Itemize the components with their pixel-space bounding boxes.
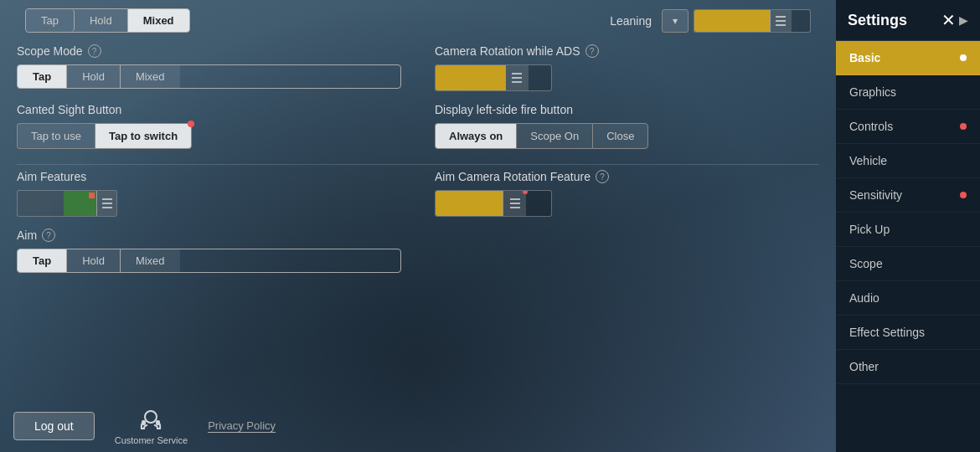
sidebar-item-graphics[interactable]: Graphics xyxy=(836,75,980,110)
basic-label: Basic xyxy=(849,51,880,64)
bottom-bar: Log out Customer Service Privacy Policy xyxy=(0,400,836,452)
sidebar-item-scope[interactable]: Scope xyxy=(836,247,980,281)
camera-rotation-label-row: Camera Rotation while ADS ? xyxy=(435,44,819,58)
effect-label: Effect Settings xyxy=(849,326,925,339)
aim-camera-setting: Aim Camera Rotation Feature ? xyxy=(435,170,819,217)
sidebar-item-basic[interactable]: Basic xyxy=(836,41,980,75)
sidebar-item-pickup[interactable]: Pick Up xyxy=(836,213,980,247)
canted-sight-group: Tap to use Tap to switch xyxy=(17,123,401,149)
headset-icon xyxy=(137,407,164,434)
sensitivity-dot xyxy=(960,192,967,198)
aim-camera-slider[interactable] xyxy=(435,190,552,217)
aim-mode-label-row: Aim ? xyxy=(17,229,401,242)
aim-mode-group: Tap Hold Mixed xyxy=(17,249,401,273)
tap-to-switch-button[interactable]: Tap to switch xyxy=(95,123,192,149)
leaning-label: Leaning xyxy=(610,14,652,28)
aim-features-label: Aim Features xyxy=(17,170,401,183)
graphics-label: Graphics xyxy=(849,85,896,99)
scope-on-button[interactable]: Scope On xyxy=(516,123,592,149)
divider xyxy=(17,164,819,165)
aim-features-setting: Aim Features xyxy=(17,170,401,217)
svg-point-0 xyxy=(145,411,157,423)
camera-rotation-slider[interactable] xyxy=(435,64,552,91)
tap-to-use-button[interactable]: Tap to use xyxy=(17,123,95,149)
sidebar-title: Settings xyxy=(848,12,907,29)
customer-service[interactable]: Customer Service xyxy=(115,407,188,445)
second-section: Aim Features xyxy=(17,164,819,273)
aim-camera-label-row: Aim Camera Rotation Feature ? xyxy=(435,170,819,183)
top-fire-mode-group: Tap Hold Mixed xyxy=(25,8,190,33)
scope-mode-group: Tap Hold Mixed xyxy=(17,64,401,89)
controls-dot xyxy=(960,123,967,130)
other-label: Other xyxy=(849,360,879,373)
main-content: Tap Hold Mixed Leaning ▾ xyxy=(0,0,836,452)
aim-mode-help-icon[interactable]: ? xyxy=(42,229,55,242)
vehicle-label: Vehicle xyxy=(849,154,887,167)
scope-mode-label: Scope Mode xyxy=(17,44,83,58)
sidebar-item-audio[interactable]: Audio xyxy=(836,281,980,316)
sidebar-item-controls[interactable]: Controls xyxy=(836,110,980,144)
always-on-button[interactable]: Always on xyxy=(435,123,516,149)
aim-mode-setting: Aim ? Tap Hold Mixed xyxy=(17,229,401,273)
aim-features-slider[interactable] xyxy=(17,190,117,217)
aim-mixed-button[interactable]: Mixed xyxy=(121,249,180,272)
svg-rect-2 xyxy=(156,420,160,425)
leaning-section: Leaning ▾ xyxy=(610,9,811,33)
customer-service-label: Customer Service xyxy=(115,435,188,445)
scope-mode-setting: Scope Mode ? Tap Hold Mixed xyxy=(17,44,401,91)
controls-label: Controls xyxy=(849,120,893,133)
leaning-dropdown[interactable]: ▾ xyxy=(662,9,689,33)
sidebar-item-sensitivity[interactable]: Sensitivity xyxy=(836,178,980,213)
settings-grid: Scope Mode ? Tap Hold Mixed Camera Rotat… xyxy=(17,44,819,149)
aim-camera-help-icon[interactable]: ? xyxy=(596,170,609,183)
camera-rotation-setting: Camera Rotation while ADS ? xyxy=(435,44,819,91)
basic-active-dot xyxy=(960,54,967,61)
display-fire-group: Always on Scope On Close xyxy=(435,123,819,149)
close-settings-button[interactable]: ✕ ▶ xyxy=(941,10,968,30)
top-hold-button[interactable]: Hold xyxy=(75,9,128,32)
logout-button[interactable]: Log out xyxy=(13,412,95,440)
scope-hold-button[interactable]: Hold xyxy=(67,65,121,88)
canted-sight-label: Canted Sight Button xyxy=(17,103,401,116)
top-section: Tap Hold Mixed Leaning ▾ xyxy=(17,8,819,33)
sidebar-item-effect[interactable]: Effect Settings xyxy=(836,316,980,350)
sidebar-item-other[interactable]: Other xyxy=(836,350,980,384)
svg-rect-1 xyxy=(142,420,146,425)
scope-mixed-button[interactable]: Mixed xyxy=(121,65,180,88)
sidebar-nav: Basic Graphics Controls Vehicle Sensitiv… xyxy=(836,41,980,452)
sensitivity-label: Sensitivity xyxy=(849,188,902,202)
pickup-label: Pick Up xyxy=(849,223,890,236)
sidebar-header: Settings ✕ ▶ xyxy=(836,0,980,41)
tap-to-switch-red-dot xyxy=(188,121,194,127)
camera-rotation-help-icon[interactable]: ? xyxy=(585,44,599,58)
leaning-slider[interactable] xyxy=(694,9,811,33)
privacy-policy-link[interactable]: Privacy Policy xyxy=(208,419,276,433)
aim-tap-button[interactable]: Tap xyxy=(18,249,67,272)
scope-tap-button[interactable]: Tap xyxy=(18,65,67,88)
top-tap-button[interactable]: Tap xyxy=(26,9,75,32)
scope-mode-label-row: Scope Mode ? xyxy=(17,44,401,58)
display-fire-label: Display left-side fire button xyxy=(435,103,819,116)
aim-mode-label: Aim xyxy=(17,229,37,242)
canted-sight-setting: Canted Sight Button Tap to use Tap to sw… xyxy=(17,103,401,149)
aim-grid: Aim Features xyxy=(17,170,819,273)
audio-label: Audio xyxy=(849,291,879,305)
scope-mode-help-icon[interactable]: ? xyxy=(88,44,101,58)
aim-camera-label: Aim Camera Rotation Feature xyxy=(435,170,591,183)
sidebar-item-vehicle[interactable]: Vehicle xyxy=(836,144,980,178)
settings-sidebar: Settings ✕ ▶ Basic Graphics Controls Veh… xyxy=(836,0,980,452)
scope-label: Scope xyxy=(849,257,883,270)
close-icon: ✕ xyxy=(941,10,956,30)
aim-hold-button[interactable]: Hold xyxy=(67,249,121,272)
display-fire-setting: Display left-side fire button Always on … xyxy=(435,103,819,149)
close-button[interactable]: Close xyxy=(592,123,648,149)
camera-rotation-label: Camera Rotation while ADS xyxy=(435,44,580,58)
forward-icon: ▶ xyxy=(959,13,968,27)
top-mixed-button[interactable]: Mixed xyxy=(128,9,189,32)
